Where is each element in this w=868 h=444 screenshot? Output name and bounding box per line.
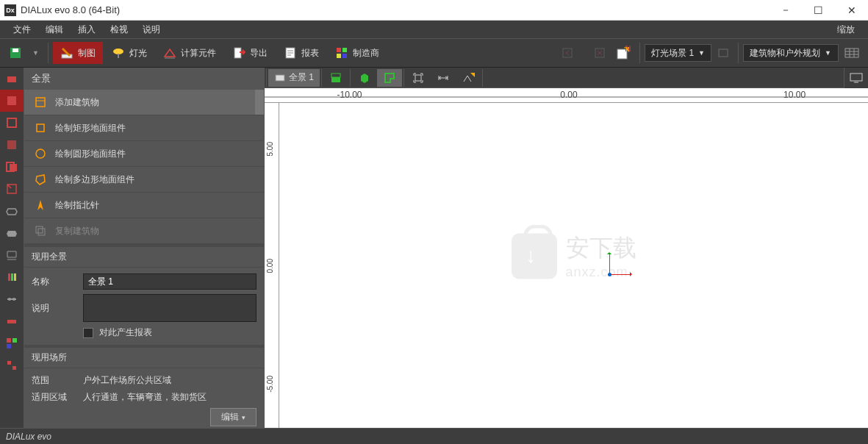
rail-btn-7[interactable] (0, 200, 24, 222)
rail-btn-8[interactable] (0, 222, 24, 244)
save-button[interactable] (4, 42, 26, 64)
tab-light[interactable]: 灯光 (104, 42, 154, 64)
scene-dropdown[interactable]: 灯光场景 1 ▼ (645, 44, 711, 62)
svg-text:NEW: NEW (625, 46, 631, 54)
ruler-horizontal: -10.00 0.00 10.00 (265, 88, 868, 103)
main-toolbar: ▼ 制图 灯光 计算元件 导出 报表 制造商 NEW 灯光场景 1 ▼ 建筑物和… (0, 38, 868, 68)
measure-button[interactable] (431, 69, 456, 87)
tab-export[interactable]: 导出 (225, 42, 275, 64)
svg-rect-51 (331, 77, 340, 82)
rail-btn-5[interactable] (0, 156, 24, 178)
tab-report[interactable]: 报表 (276, 42, 326, 64)
svg-point-36 (8, 298, 11, 301)
menu-help[interactable]: 说明 (135, 21, 168, 38)
svg-rect-38 (7, 320, 16, 323)
status-text: DIALux evo (6, 432, 51, 442)
main-area: 全景 添加建筑物 绘制矩形地面组件 绘制圆形地面组件 绘制多边形地面组件 绘制指… (0, 68, 868, 428)
desc-textarea[interactable] (83, 294, 257, 322)
window-controls: － ☐ ✕ (769, 0, 868, 21)
svg-rect-20 (845, 49, 858, 57)
tab-drawing[interactable]: 制图 (53, 42, 103, 64)
rail-btn-9[interactable] (0, 244, 24, 266)
tool-circle-ground[interactable]: 绘制圆形地面组件 (24, 141, 264, 167)
chevron-down-icon: ▼ (825, 49, 831, 57)
view-plan-button[interactable] (377, 69, 402, 87)
tool-copy-building-label: 复制建筑物 (55, 225, 99, 237)
chevron-down-icon: ▾ (242, 414, 245, 421)
tab-manufacturer[interactable]: 制造商 (328, 42, 387, 64)
rail-btn-3[interactable] (0, 112, 24, 134)
plan-dropdown-label: 建筑物和户外规划 (750, 47, 820, 60)
svg-rect-13 (337, 54, 341, 58)
watermark-big: 安下载 (566, 232, 636, 265)
rail-btn-2[interactable] (0, 90, 24, 112)
tab-calc[interactable]: 计算元件 (156, 42, 223, 64)
view-floor-button[interactable] (323, 69, 348, 87)
monitor-button[interactable] (844, 68, 868, 88)
rail-btn-14[interactable] (0, 354, 24, 376)
canvas-body: 5.00 0.00 -5.00 安下载 anxz.com (265, 103, 868, 428)
svg-rect-52 (331, 74, 340, 77)
maximize-button[interactable]: ☐ (802, 0, 835, 21)
desc-label: 说明 (32, 302, 76, 315)
rail-btn-1[interactable] (0, 68, 24, 90)
scene-settings-button[interactable] (713, 42, 734, 64)
rail-btn-6[interactable] (0, 178, 24, 200)
svg-rect-19 (719, 49, 728, 57)
tab-calc-label: 计算元件 (181, 47, 216, 60)
ruler-v-tick-0: 5.00 (266, 142, 274, 156)
new-project-button[interactable]: NEW (611, 42, 635, 64)
rail-btn-13[interactable] (0, 332, 24, 354)
name-label: 名称 (32, 276, 76, 288)
tool-compass[interactable]: 绘制指北针 (24, 193, 264, 218)
tool-rect-ground-label: 绘制矩形地面组件 (55, 122, 126, 135)
new-view-button[interactable] (456, 69, 481, 87)
fit-view-button[interactable] (406, 69, 431, 87)
viewport[interactable]: 安下载 anxz.com (279, 103, 868, 428)
rail-btn-11[interactable] (0, 288, 24, 310)
x-axis (609, 274, 631, 275)
minimize-button[interactable]: － (769, 0, 802, 21)
menu-insert[interactable]: 插入 (71, 21, 103, 38)
rail-btn-4[interactable] (0, 134, 24, 156)
project-close-button[interactable] (589, 42, 610, 64)
section-current-place: 现用场所 范围 户外工作场所公共区域 适用区域 人行通道，车辆弯道，装卸货区 编… (24, 348, 264, 428)
name-input[interactable] (83, 273, 257, 290)
menu-view[interactable]: 检视 (103, 21, 135, 38)
project-prev-button[interactable] (557, 42, 578, 64)
tab-export-label: 导出 (250, 47, 268, 60)
svg-rect-27 (7, 118, 16, 127)
svg-rect-40 (12, 338, 17, 343)
tool-poly-ground[interactable]: 绘制多边形地面组件 (24, 167, 264, 193)
svg-rect-50 (276, 75, 284, 81)
menu-zoom[interactable]: 缩放 (830, 21, 862, 38)
building-icon (33, 95, 48, 110)
tool-rect-ground[interactable]: 绘制矩形地面组件 (24, 115, 264, 141)
tab-drawing-label: 制图 (78, 47, 96, 60)
view-3d-button[interactable] (352, 69, 377, 87)
tool-add-building-label: 添加建筑物 (55, 96, 99, 109)
edit-button[interactable]: 编辑 ▾ (210, 408, 257, 426)
save-icon (9, 46, 22, 60)
menu-edit[interactable]: 编辑 (38, 21, 71, 38)
close-button[interactable]: ✕ (835, 0, 868, 21)
monitor-icon (850, 73, 863, 83)
watermark: 安下载 anxz.com (512, 232, 636, 280)
scrollbar-thumb[interactable] (255, 90, 264, 115)
rail-btn-10[interactable] (0, 266, 24, 288)
area-label: 适用区域 (32, 391, 76, 404)
save-dropdown[interactable]: ▼ (28, 42, 43, 64)
side-panel: 全景 添加建筑物 绘制矩形地面组件 绘制圆形地面组件 绘制多边形地面组件 绘制指… (24, 68, 265, 428)
app-logo: Dx (4, 4, 16, 16)
rail-btn-12[interactable] (0, 310, 24, 332)
svg-rect-39 (7, 338, 11, 343)
grid-toggle-button[interactable] (840, 42, 864, 64)
pencil-ruler-icon (60, 46, 73, 60)
tool-add-building[interactable]: 添加建筑物 (24, 90, 264, 115)
plan-dropdown[interactable]: 建筑物和户外规划 ▼ (743, 44, 839, 62)
svg-rect-48 (36, 226, 43, 233)
section-current-pano: 现用全景 名称 说明 对此产生报表 (24, 247, 264, 345)
pano-button[interactable]: 全景 1 (268, 69, 320, 87)
menu-file[interactable]: 文件 (6, 21, 38, 38)
report-checkbox[interactable] (83, 328, 93, 338)
